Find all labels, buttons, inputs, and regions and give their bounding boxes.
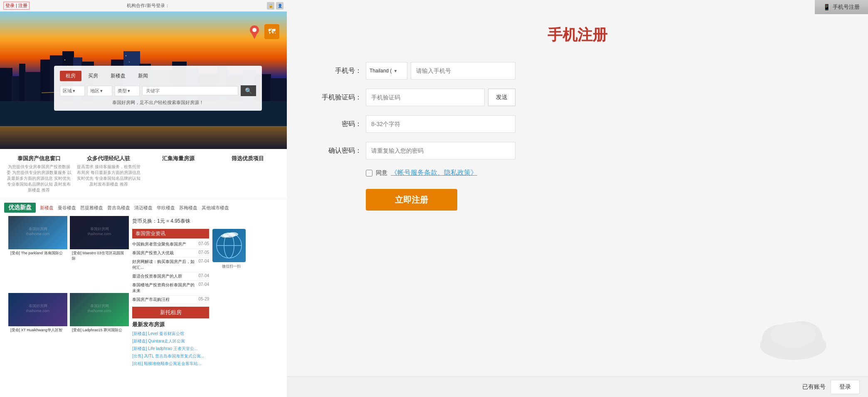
new-listings-badge: 优选新盘 [4, 203, 36, 213]
nl-tab-1[interactable]: 曼谷楼盘 [58, 205, 76, 211]
country-code-text: Thailand ( [370, 68, 392, 74]
exchange-rate: 货币兑换：1元 = 4.95泰铢 [132, 216, 279, 226]
tab-newdev[interactable]: 新楼盘 [105, 71, 131, 81]
search-box: 租房 买房 新楼盘 新闻 区域 ▾ 地区 ▾ 类型 ▾ 🔍 [54, 66, 262, 111]
latest-item-1[interactable]: [新楼盘] Quintara走人区公寓 [132, 337, 209, 345]
tab-buy[interactable]: 买房 [82, 71, 104, 81]
feature-4-title: 筛选优质项目 [215, 155, 281, 162]
map-pin-icon[interactable] [247, 24, 262, 39]
phone-group: Thailand ( ▼ [366, 62, 515, 79]
news-item-1[interactable]: 泰国房产投资入大优栽 07-05 [132, 249, 209, 258]
form-container: 手机注册 手机号 Thailand ( ▼ 手机验证码 发送 密码 [287, 0, 868, 227]
password-label: 密码 [320, 120, 362, 129]
svg-rect-23 [64, 60, 65, 60]
property-card-1[interactable]: 泰国好房网thaihome.com [受命] Maestro 03住宅区花园国际 [70, 216, 129, 265]
register-link[interactable]: 注册 [18, 3, 27, 8]
news-item-3[interactable]: 最适合投资泰国房产的人群 07-04 [132, 272, 209, 281]
login-link[interactable]: 登录 [5, 3, 15, 8]
news-item-2[interactable]: 好房网解读：购买泰国房产后，如何汇... 07-04 [132, 258, 209, 272]
new-listings-tabs: 新楼盘 曼谷楼盘 芭提雅楼盘 普吉岛楼盘 清迈楼盘 华欣楼盘 苏梅楼盘 其他城市… [40, 205, 283, 211]
region-select[interactable]: 区域 ▾ [60, 86, 85, 96]
property-img-3: 泰国好房网thaihome.com [70, 293, 129, 326]
agree-checkbox[interactable] [366, 170, 372, 176]
search-tabs: 租房 买房 新楼盘 新闻 [60, 71, 256, 81]
type-select[interactable]: 类型 ▾ [115, 86, 140, 96]
new-listings-section: 优选新盘 新楼盘 曼谷楼盘 芭提雅楼盘 普吉岛楼盘 清迈楼盘 华欣楼盘 苏梅楼盘… [0, 199, 287, 371]
svg-rect-26 [129, 62, 130, 62]
latest-item-4[interactable]: [出租] 顺梯地物顺泰公寓近金客车站... [132, 360, 209, 367]
login-register-bar[interactable]: 登录 | 注册 [3, 2, 30, 10]
property-info-0: [受命] The parkland 洛南国际公 [8, 249, 67, 265]
nl-tab-6[interactable]: 苏梅楼盘 [179, 205, 197, 211]
nl-tab-3[interactable]: 普吉岛楼盘 [107, 205, 130, 211]
map-view-icon[interactable]: 🗺 [264, 24, 279, 39]
register-button[interactable]: 立即注册 [366, 189, 457, 211]
content-area: 泰国好房网thaihome.com [受命] The parkland 洛南国际… [4, 216, 283, 367]
keyword-input[interactable] [142, 86, 238, 95]
country-dropdown-arrow: ▼ [393, 69, 397, 73]
feature-3-title: 汇集海量房源 [145, 155, 211, 162]
latest-title: 最新发布房源 [132, 321, 209, 328]
news-header: 泰国营业资讯 [132, 229, 209, 238]
sms-send-button[interactable]: 发送 [488, 89, 515, 106]
property-img-2: 泰国好房网thaihome.com [8, 293, 67, 326]
property-card-2[interactable]: 泰国好房网thaihome.com [受命] XT Huaikhwang华人区智 [8, 293, 67, 342]
news-item-0[interactable]: 中国购房者营业聚焦泰国房产 07-05 [132, 240, 209, 249]
cloud-decoration [752, 312, 835, 364]
feature-4: 筛选优质项目 [213, 155, 283, 193]
tab-rental[interactable]: 租房 [60, 71, 81, 81]
qr-section: 微信扫一扫 [212, 229, 250, 367]
nl-tab-7[interactable]: 其他城市楼盘 [202, 205, 229, 211]
feature-2: 众多代理经纪人驻 提高需求 接待客服服务，租售托管布局房 每日最新多方面的房源信… [74, 155, 144, 193]
right-content: 货币兑换：1元 = 4.95泰铢 泰国营业资讯 中国购房者营业聚焦泰国房产 07… [132, 216, 279, 367]
nl-tab-2[interactable]: 芭提雅楼盘 [80, 205, 103, 211]
separator: | [16, 3, 17, 8]
property-img-0: 泰国好房网thaihome.com [8, 216, 67, 249]
nl-tab-4[interactable]: 清迈楼盘 [134, 205, 153, 211]
qr-code [212, 229, 246, 262]
nl-tab-5[interactable]: 华欣楼盘 [157, 205, 175, 211]
property-info-3: [受命] Ladphrao15 莽河国际公 [70, 326, 129, 342]
news-left: 泰国营业资讯 中国购房者营业聚焦泰国房产 07-05 泰国房产投资入大优栽 07… [132, 229, 209, 367]
area-select[interactable]: 地区 ▾ [87, 86, 112, 96]
new-listings-header: 优选新盘 新楼盘 曼谷楼盘 芭提雅楼盘 普吉岛楼盘 清迈楼盘 华欣楼盘 苏梅楼盘… [4, 203, 283, 213]
search-row: 区域 ▾ 地区 ▾ 类型 ▾ 🔍 [60, 85, 256, 96]
feature-3: 汇集海量房源 [143, 155, 213, 193]
news-item-5[interactable]: 泰国房产市花购汪程 05-29 [132, 295, 209, 304]
feature-1-title: 泰国房产信息窗口 [6, 155, 72, 162]
search-slogan: 泰国好房网，足不出户轻松搜索泰国好房源！ [60, 99, 256, 106]
property-card-3[interactable]: 泰国好房网thaihome.com [受命] Ladphrao15 莽河国际公 [70, 293, 129, 342]
property-grid: 泰国好房网thaihome.com [受命] The parkland 洛南国际… [8, 216, 129, 367]
feature-1-desc: 为您提供专业房泰国房产投资数据委 为您提供专业的房源数量服务 以及最新多方面的房… [6, 164, 72, 193]
latest-item-0[interactable]: [新楼盘] Level 曼谷财富公馆 [132, 330, 209, 337]
svg-rect-3 [19, 64, 25, 101]
qr-label: 微信扫一扫 [212, 264, 250, 269]
password-input[interactable] [366, 115, 515, 133]
confirm-password-label: 确认密码 [320, 146, 362, 155]
country-code-select[interactable]: Thailand ( ▼ [366, 62, 407, 79]
svg-rect-22 [270, 78, 287, 101]
agree-row: 同意 《帐号服务条款、隐私政策》 [366, 169, 835, 177]
news-item-4[interactable]: 泰国楼地产投资商分析泰国房产的未来 07-04 [132, 281, 209, 295]
already-account-text: 已有账号 [802, 383, 826, 391]
agree-link[interactable]: 《帐号服务条款、隐私政策》 [391, 169, 477, 177]
property-card-0[interactable]: 泰国好房网thaihome.com [受命] The parkland 洛南国际… [8, 216, 67, 265]
latest-item-2[interactable]: [新楼盘] Life ladphrao 王者天堂公... [132, 345, 209, 352]
right-panel: 📱 手机号注册 手机注册 手机号 Thailand ( ▼ 手机验证码 发送 [287, 0, 868, 397]
search-button[interactable]: 🔍 [241, 85, 256, 96]
latest-item-3[interactable]: [出售] JUTL 普吉岛泰国海景复式公寓... [132, 352, 209, 360]
sms-code-input[interactable] [366, 89, 485, 106]
svg-point-30 [252, 28, 256, 32]
svg-point-38 [221, 234, 229, 238]
phone-number-input[interactable] [411, 62, 515, 79]
rental-banner[interactable]: 新托租房 [132, 307, 209, 318]
svg-marker-31 [252, 33, 257, 39]
nl-tab-0[interactable]: 新楼盘 [40, 205, 54, 211]
tab-news[interactable]: 新闻 [132, 71, 154, 81]
confirm-password-input[interactable] [366, 142, 515, 159]
svg-rect-1 [0, 68, 12, 101]
bottom-login-button[interactable]: 登录 [831, 380, 860, 394]
property-info-2: [受命] XT Huaikhwang华人区智 [8, 326, 67, 342]
svg-rect-2 [12, 76, 20, 101]
confirm-password-row: 确认密码 [320, 142, 835, 159]
